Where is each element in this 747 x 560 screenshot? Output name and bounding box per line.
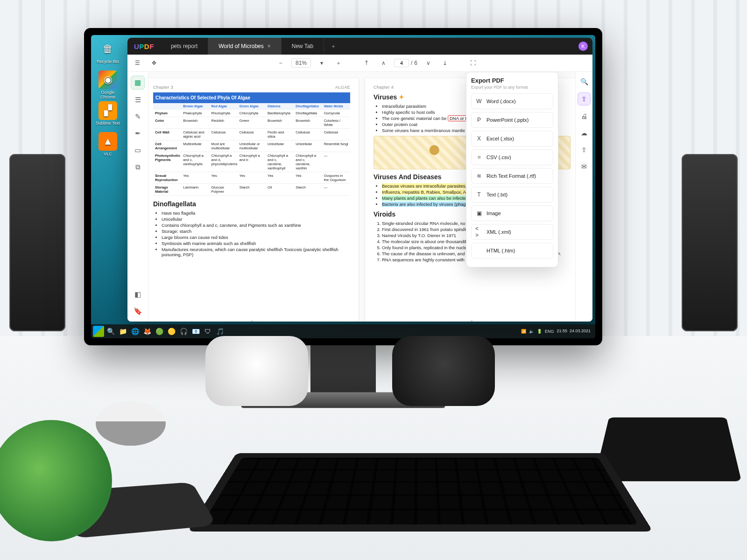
desktop-icon[interactable]: 🗑Recycle Bin (95, 40, 121, 64)
close-tab-icon[interactable]: × (268, 43, 271, 49)
file-type-icon: ≋ (475, 172, 483, 180)
tray-sound-icon[interactable]: 🔈 (529, 329, 534, 334)
bookmark-icon[interactable]: ☰ (131, 93, 144, 106)
export-format-option[interactable]: PPowerPoint (.pptx) (471, 112, 553, 128)
tray-lang[interactable]: ENG (545, 329, 554, 334)
outline-icon[interactable]: 🔖 (131, 305, 144, 318)
desktop-icon[interactable]: ▲VLC (95, 132, 121, 156)
print-icon[interactable]: 🖨 (578, 110, 590, 122)
taskbar-app-icon[interactable]: 🎵 (214, 326, 226, 337)
list-item: Contains chlorophyll a and c, carotene, … (162, 223, 350, 228)
page-current-input[interactable] (394, 59, 409, 67)
tray-battery-icon[interactable]: 🔋 (537, 329, 542, 334)
tab-bar: UPDF pets reportWorld of Microbes×New Ta… (127, 38, 592, 55)
document-tab[interactable]: World of Microbes× (208, 38, 282, 55)
export-format-label: Excel (.xlsx) (486, 136, 514, 141)
zoom-out-button[interactable]: − (275, 57, 287, 69)
export-format-option[interactable]: TText (.txt) (471, 187, 553, 203)
export-format-label: XML (.xml) (486, 229, 511, 235)
document-tab[interactable]: pets report (161, 38, 208, 55)
sign-icon[interactable]: ✒ (131, 127, 144, 140)
export-format-label: HTML (.htm) (486, 248, 515, 253)
new-tab-button[interactable]: ＋ (324, 38, 343, 55)
export-format-label: Image (486, 210, 501, 216)
taskbar-app-icon[interactable]: 🟡 (166, 326, 177, 337)
export-format-option[interactable]: WWord (.docx) (471, 93, 553, 109)
taskbar-app-icon[interactable]: 📁 (117, 326, 128, 337)
export-format-option[interactable]: HTML (.htm) (471, 243, 553, 259)
taskbar-app-icon[interactable]: 🔍 (105, 326, 116, 337)
export-format-option[interactable]: ≋Rich Text Format (.rtf) (471, 168, 553, 184)
file-type-icon: X (475, 135, 483, 142)
updf-app-window: UPDF pets reportWorld of Microbes×New Ta… (127, 38, 592, 322)
taskbar-app-icon[interactable]: 🌐 (129, 326, 141, 337)
desktop-icon[interactable]: ◉Google Chrome (95, 70, 121, 99)
export-format-label: Text (.txt) (486, 192, 507, 197)
windows-taskbar[interactable]: 🔍📁🌐🦊🟢🟡🎧📧🛡🎵 📶 🔈 🔋 ENG 21:55 24.03.2021 (91, 324, 595, 338)
export-icon[interactable]: ⇪ (578, 92, 591, 105)
cloud-icon[interactable]: ☁ (578, 127, 590, 139)
logo-f: F (149, 42, 154, 50)
hand-tool-icon[interactable]: ✥ (148, 57, 160, 69)
taskbar-app-icon[interactable]: 📧 (190, 326, 201, 337)
crop-icon[interactable]: ⧉ (131, 161, 144, 174)
algae-table: Characteristics Of Selected Phyla Of Alg… (153, 92, 350, 196)
file-type-icon: ⌗ (475, 154, 483, 161)
export-format-label: Word (.docx) (486, 98, 516, 104)
first-page-icon[interactable]: ⤒ (360, 57, 373, 69)
comment-icon[interactable]: ✎ (131, 110, 144, 123)
user-avatar[interactable]: K (578, 42, 588, 51)
export-format-label: PowerPoint (.pptx) (486, 117, 529, 123)
list-item: Large blooms can cause red tides (162, 235, 350, 240)
tab-label: World of Microbes (218, 43, 263, 49)
chapter-label: Chapter 4 (374, 85, 394, 90)
tray-clock[interactable]: 21:55 24.03.2021 (557, 329, 591, 334)
right-rail: 🔍 ⇪ 🖨 ☁ ⇧ ✉ (575, 72, 592, 322)
document-tab[interactable]: New Tab (282, 38, 324, 55)
thumbnails-icon[interactable]: ▦ (131, 76, 145, 90)
page-total: 6 (414, 60, 417, 66)
export-format-option[interactable]: < >XML (.xml) (471, 224, 553, 240)
zoom-level[interactable]: 81% (291, 58, 311, 68)
taskbar-app-icon[interactable]: 🛡 (202, 326, 213, 337)
search-icon[interactable]: 🔍 (578, 76, 590, 88)
tray-wifi-icon[interactable]: 📶 (521, 329, 526, 334)
page-indicator: / 6 (394, 59, 417, 67)
presentation-icon[interactable]: ⛶ (467, 57, 479, 69)
document-viewport[interactable]: Chapter 3ALGAE Characteristics Of Select… (148, 72, 575, 322)
export-format-label: CSV (.csv) (486, 154, 511, 160)
section-heading: Dinoflagellata (153, 200, 350, 208)
system-tray[interactable]: 📶 🔈 🔋 ENG 21:55 24.03.2021 (521, 329, 593, 334)
next-page-icon[interactable]: ∨ (422, 57, 434, 69)
export-pdf-panel: Export PDF Export your PDF to any format… (466, 72, 558, 267)
toolbar: ☰ ✥ − 81% ▾ ＋ ⤒ ∧ / 6 ∨ ⤓ (127, 55, 592, 72)
list-item: Symbiosis with marine animals such as sh… (162, 241, 350, 246)
taskbar-app-icon[interactable]: 🎧 (178, 326, 189, 337)
taskbar-app-icon[interactable] (93, 326, 104, 337)
file-type-icon: T (475, 191, 483, 198)
form-icon[interactable]: ▭ (131, 144, 144, 157)
zoom-in-button[interactable]: ＋ (332, 57, 345, 69)
taskbar-app-icon[interactable]: 🟢 (154, 326, 165, 337)
export-format-option[interactable]: ▣Image (471, 205, 553, 221)
prev-page-icon[interactable]: ∧ (377, 57, 389, 69)
export-subtitle: Export your PDF to any format (471, 85, 553, 90)
last-page-icon[interactable]: ⤓ (439, 57, 451, 69)
logo-u: U (134, 42, 139, 50)
zoom-dropdown-icon[interactable]: ▾ (316, 57, 328, 69)
taskbar-app-icon[interactable]: 🦊 (141, 326, 153, 337)
sidebar-toggle-icon[interactable]: ☰ (131, 57, 143, 69)
file-type-icon (475, 247, 483, 254)
mail-icon[interactable]: ✉ (578, 161, 590, 173)
file-type-icon: < > (475, 228, 483, 236)
share-icon[interactable]: ⇧ (578, 144, 590, 156)
left-rail: ▦ ☰ ✎ ✒ ▭ ⧉ ◧ 🔖 (127, 72, 148, 322)
export-format-option[interactable]: XExcel (.xlsx) (471, 131, 553, 147)
table-title: Characteristics Of Selected Phyla Of Alg… (153, 92, 350, 103)
export-format-option[interactable]: ⌗CSV (.csv) (471, 149, 553, 165)
file-type-icon: W (475, 98, 483, 105)
layers-icon[interactable]: ◧ (131, 288, 144, 301)
desktop-icon[interactable]: ▞Sublime Text (95, 101, 121, 126)
tab-label: New Tab (292, 43, 313, 49)
list-item: Unicellular (162, 217, 350, 222)
